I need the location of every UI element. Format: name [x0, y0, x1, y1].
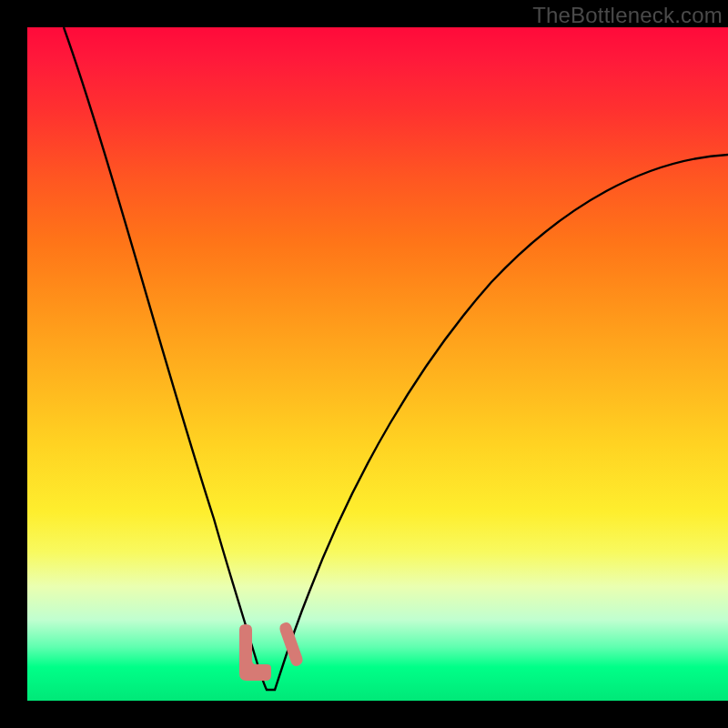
marker-tick-icon — [279, 622, 302, 666]
curve-svg — [27, 27, 728, 701]
frame-bottom — [0, 701, 728, 728]
marker-l-icon — [239, 624, 271, 681]
plot-area — [27, 27, 728, 701]
chart-frame: TheBottleneck.com — [27, 0, 728, 701]
frame-left — [0, 0, 27, 728]
bottleneck-curve — [64, 27, 728, 690]
attribution-label: TheBottleneck.com — [532, 3, 723, 28]
